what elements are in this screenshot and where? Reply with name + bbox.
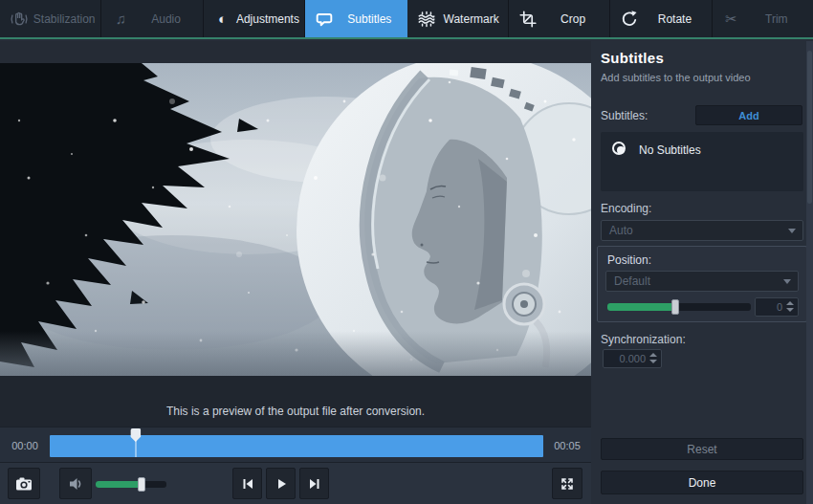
transport-bar [0,462,591,504]
skip-forward-button[interactable] [299,468,329,499]
playhead-line [135,440,136,457]
playhead-handle[interactable] [130,428,141,457]
crop-icon [517,9,538,30]
rotate-icon [619,9,640,30]
spinner-arrows[interactable] [786,301,794,312]
current-time-label: 00:00 [0,435,50,462]
tab-label: Adjustments [235,12,300,26]
encoding-value: Auto [609,224,633,237]
tab-adjustments[interactable]: ◐ Adjustments [204,0,305,37]
tab-label: Stabilization [32,12,97,26]
chevron-down-icon [783,279,791,284]
watermark-icon [416,9,437,30]
position-slider[interactable] [607,303,751,311]
synchronization-spinner[interactable]: 0.000 [603,349,662,368]
panel-scrollbar[interactable] [806,41,813,504]
play-button[interactable] [266,468,296,499]
preview-caption: This is a preview of the output file aft… [0,405,591,418]
tab-audio[interactable]: ♫ Audio [101,0,203,37]
seek-progress [50,435,543,457]
music-note-icon: ♫ [110,9,131,30]
tab-label: Audio [133,12,198,26]
reset-button[interactable]: Reset [601,438,803,460]
hand-stabilization-icon [9,9,30,30]
position-offset-value: 0 [777,301,782,313]
position-slider-handle[interactable] [671,299,679,315]
spin-down-icon[interactable] [786,308,794,312]
mute-button[interactable] [59,468,92,499]
fullscreen-button[interactable] [552,468,582,499]
tab-label: Crop [540,12,605,26]
spin-up-icon[interactable] [786,301,794,305]
position-label: Position: [607,253,651,267]
no-subtitles-label: No Subtitles [639,143,701,157]
tab-label: Rotate [642,12,707,26]
spin-up-icon[interactable] [649,353,657,357]
tab-trim[interactable]: ✂ Trim [713,0,813,37]
subtitle-list: No Subtitles [601,132,803,191]
speech-bubble-icon [314,9,335,30]
subtitles-panel: Subtitles Add subtitles to the output vi… [591,41,813,504]
snapshot-button[interactable] [8,468,40,499]
toolbar: Stabilization ♫ Audio ◐ Adjustments Subt… [0,0,813,39]
skip-back-button[interactable] [232,468,262,499]
subtitles-label: Subtitles: [601,109,648,122]
total-time-label: 00:05 [543,435,591,462]
encoding-dropdown[interactable]: Auto [601,220,803,241]
play-icon [273,475,290,493]
tab-label: Subtitles [337,12,402,26]
panel-description: Add subtitles to the output video [601,72,751,83]
position-dropdown[interactable]: Default [605,271,799,292]
tab-crop[interactable]: Crop [509,0,610,37]
scrollbar-thumb[interactable] [807,51,812,204]
position-group: Position: Default 0 [597,246,807,322]
tab-label: Watermark [439,12,504,26]
encoding-label: Encoding: [601,202,651,215]
position-slider-fill [607,303,675,311]
tab-rotate[interactable]: Rotate [610,0,712,37]
speaker-icon [67,475,84,493]
camera-icon [14,475,33,493]
letterbox-top [0,41,591,63]
tab-stabilization[interactable]: Stabilization [0,0,101,37]
add-subtitles-button[interactable]: Add [695,105,802,125]
position-offset-spinner[interactable]: 0 [755,297,799,317]
tab-subtitles[interactable]: Subtitles [305,0,406,37]
astronaut-snow-scene [0,63,591,376]
scissors-icon: ✂ [721,9,742,30]
skip-forward-icon [306,475,323,493]
contrast-icon: ◐ [212,9,233,30]
no-subtitles-radio[interactable] [612,142,626,155]
volume-handle[interactable] [138,477,145,492]
volume-slider[interactable] [96,481,166,488]
synchronization-label: Synchronization: [601,333,686,346]
timeline-row: 00:00 00:05 [0,427,591,462]
video-converter-window: Stabilization ♫ Audio ◐ Adjustments Subt… [0,0,813,504]
synchronization-value: 0.000 [619,353,646,364]
spin-down-icon[interactable] [649,360,657,363]
spinner-arrows[interactable] [649,353,657,363]
video-frame [0,63,591,376]
tab-watermark[interactable]: Watermark [407,0,509,37]
volume-fill [96,481,142,488]
fullscreen-icon [559,475,576,493]
video-preview-area: This is a preview of the output file aft… [0,41,591,427]
chevron-down-icon [788,229,796,233]
position-value: Default [614,274,650,288]
tab-label: Trim [744,12,809,26]
seek-bar[interactable] [50,435,543,457]
done-button[interactable]: Done [601,471,803,494]
skip-back-icon [239,475,256,493]
panel-title: Subtitles [601,50,664,66]
